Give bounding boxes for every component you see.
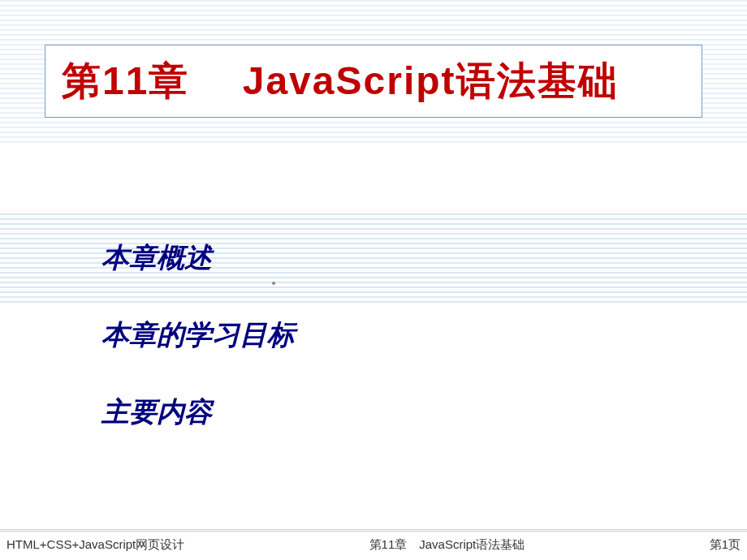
content-item-overview: 本章概述 [101,239,212,277]
footer: HTML+CSS+JavaScript网页设计 第11章 JavaScript语… [0,536,747,554]
decorative-dot [272,282,275,285]
slide-container: 第11章 JavaScript语法基础 本章概述 本章的学习目标 主要内容 HT… [0,0,747,560]
footer-page-number: 第1页 [710,537,741,553]
content-item-main: 主要内容 [101,394,212,431]
footer-divider [0,529,747,532]
slide-title: 第11章 JavaScript语法基础 [62,55,619,107]
footer-center-text: 第11章 JavaScript语法基础 [369,537,525,553]
footer-left-text: HTML+CSS+JavaScript网页设计 [6,537,184,553]
content-item-goals: 本章的学习目标 [101,317,295,354]
title-box: 第11章 JavaScript语法基础 [45,45,702,118]
